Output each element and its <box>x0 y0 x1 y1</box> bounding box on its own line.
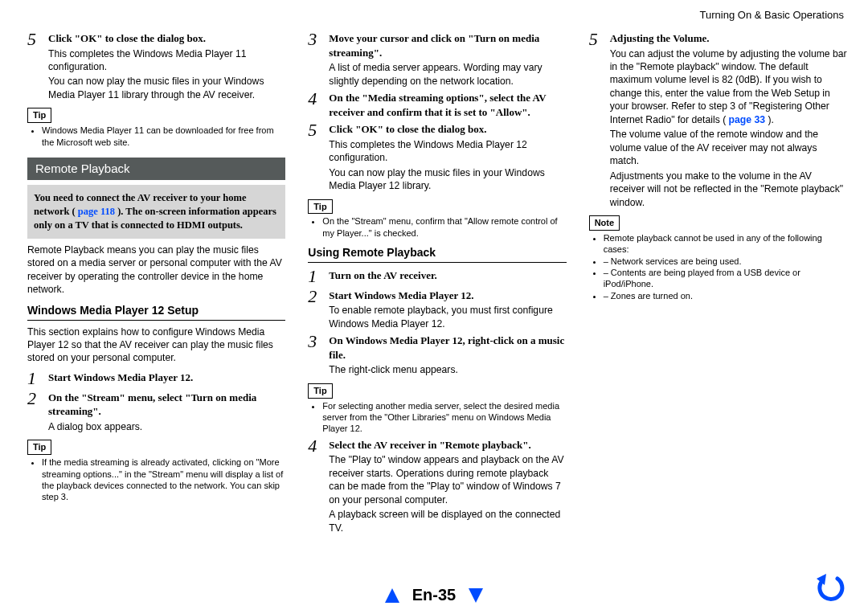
step-number: 3 <box>308 31 329 88</box>
subhead-wmp12-setup: Windows Media Player 12 Setup <box>27 303 285 321</box>
tip-item: If the media streaming is already activa… <box>42 456 285 502</box>
step-title: Start Windows Media Player 12. <box>48 370 285 385</box>
tip-item: Windows Media Player 11 can be downloade… <box>42 125 285 148</box>
highlight-box: You need to connect the AV receiver to y… <box>27 185 285 239</box>
tip-label: Tip <box>27 108 51 123</box>
step-title: On the "Media streaming options", select… <box>329 91 566 119</box>
step-title: Adjusting the Volume. <box>610 31 847 46</box>
next-page-icon[interactable] <box>467 587 485 604</box>
step-desc: You can now play the music files in your… <box>329 166 566 193</box>
step-number: 3 <box>308 333 329 377</box>
page-link-33[interactable]: page 33 <box>729 114 765 125</box>
step-number: 2 <box>308 288 329 330</box>
return-icon[interactable] <box>813 572 845 608</box>
prev-page-icon[interactable] <box>383 587 401 604</box>
step-title: Move your cursor and click on "Turn on m… <box>329 31 566 59</box>
step-title: Click "OK" to close the dialog box. <box>329 122 566 137</box>
page-number: En-35 <box>412 584 456 606</box>
step-number: 5 <box>27 31 48 101</box>
step-desc: A list of media server appears. Wording … <box>329 61 566 88</box>
header-section: Turning On & Basic Operations <box>700 8 844 23</box>
tip-label: Tip <box>27 440 51 455</box>
svg-marker-0 <box>385 588 399 603</box>
column-1: 5 Click "OK" to close the dialog box. Th… <box>27 28 285 536</box>
step-desc: A dialog box appears. <box>48 420 285 433</box>
footer: En-35 <box>0 584 868 606</box>
step-desc: The "Play to" window appears and playbac… <box>329 453 566 506</box>
column-2: 3 Move your cursor and click on "Turn on… <box>308 28 566 536</box>
step-desc: The volume value of the remote window an… <box>610 128 847 167</box>
step-title: Select the AV receiver in "Remote playba… <box>329 438 566 452</box>
subhead-using-remote-playback: Using Remote Playback <box>308 245 566 263</box>
step-title: On the "Stream" menu, select "Turn on me… <box>48 391 285 419</box>
page-link-118[interactable]: page 118 <box>78 206 115 217</box>
step-desc: This completes the Windows Media Player … <box>329 138 566 165</box>
tip-item: On the "Stream" menu, confirm that "Allo… <box>322 215 566 239</box>
note-subitem: Contents are being played from a USB dev… <box>604 267 847 290</box>
note-subitem: Zones are turned on. <box>604 290 847 301</box>
step-title: On Windows Media Player 12, right-click … <box>329 334 566 362</box>
step-number: 1 <box>308 268 329 285</box>
step-number: 1 <box>27 370 48 387</box>
text: ). <box>768 114 773 125</box>
step-desc: To enable remote playback, you must firs… <box>329 304 566 330</box>
note-label: Note <box>589 215 620 231</box>
note-item: Remote playback cannot be used in any of… <box>604 232 847 301</box>
step-title: Start Windows Media Player 12. <box>329 289 566 303</box>
step-title: Turn on the AV receiver. <box>329 268 566 283</box>
step-desc: The right-click menu appears. <box>329 363 566 376</box>
step-number: 4 <box>308 90 329 119</box>
tip-item: For selecting another media server, sele… <box>322 400 566 435</box>
step-desc: This completes the Windows Media Player … <box>48 47 285 74</box>
paragraph: This section explains how to configure W… <box>27 325 285 365</box>
svg-marker-1 <box>469 588 483 603</box>
step-desc: You can now play the music files in your… <box>48 75 285 101</box>
section-band-remote-playback: Remote Playback <box>27 158 285 180</box>
column-3: 5 Adjusting the Volume. You can adjust t… <box>589 28 847 536</box>
tip-label: Tip <box>308 199 332 215</box>
step-desc: You can adjust the volume by adjusting t… <box>610 47 847 127</box>
step-number: 2 <box>27 390 48 434</box>
tip-label: Tip <box>308 383 332 399</box>
note-subitem: Network services are being used. <box>604 256 847 267</box>
step-number: 4 <box>308 437 329 534</box>
step-desc: Adjustments you make to the volume in th… <box>610 170 847 209</box>
step-desc: A playback screen will be displayed on t… <box>329 508 566 534</box>
step-title: Click "OK" to close the dialog box. <box>48 31 285 46</box>
paragraph: Remote Playback means you can play the m… <box>27 244 285 297</box>
step-number: 5 <box>589 31 610 209</box>
step-number: 5 <box>308 121 329 192</box>
